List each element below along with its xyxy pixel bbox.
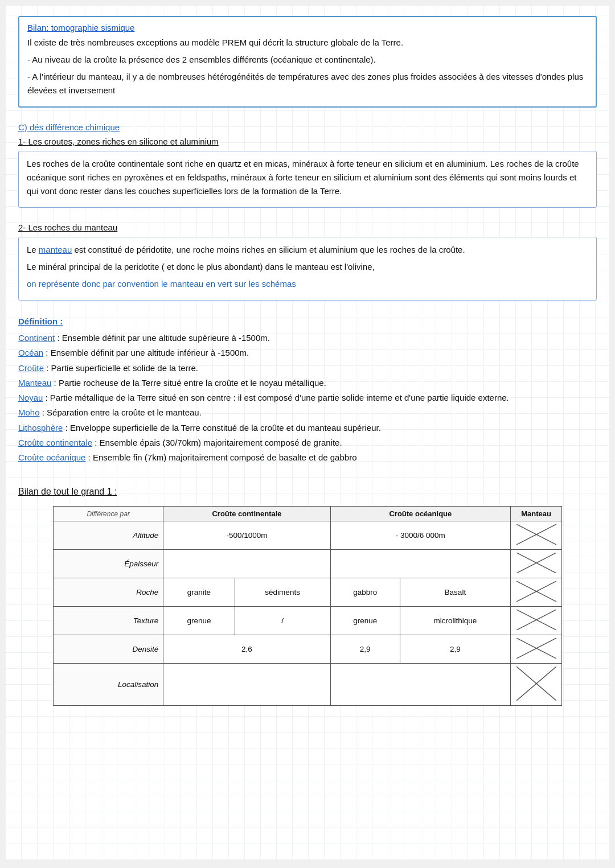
manteau-x-pattern-localisation: [516, 667, 556, 701]
bilan-para3: - A l'intérieur du manteau, il y a de no…: [27, 70, 588, 97]
val-epaisseur-manteau: [511, 550, 562, 578]
manteau-term: manteau: [39, 245, 72, 254]
bilan-tomographie-box: Bilan: tomographie sismique Il existe de…: [18, 16, 597, 108]
val-texture-oc1: grenue: [330, 607, 400, 635]
val-localisation-cont: [163, 664, 330, 706]
table-row-localisation: Localisation: [53, 664, 561, 706]
def-croute: Croûte : Partie superficielle et solide …: [18, 361, 597, 376]
val-altitude-oc: - 3000/6 000m: [330, 521, 510, 550]
def-noyau: Noyau : Partie métallique de la Terre si…: [18, 390, 597, 405]
val-texture-manteau: [511, 607, 562, 635]
def-lithosphere: Lithosphère : Enveloppe superficielle de…: [18, 421, 597, 435]
manteau-line3: on représente donc par convention le man…: [27, 277, 588, 291]
bilan-para2: - Au niveau de la croûte la présence des…: [27, 53, 588, 67]
val-altitude-manteau: [511, 521, 562, 550]
label-altitude: Altitude: [53, 521, 163, 550]
table-row-densite: Densité 2,6 2,9 2,9: [53, 635, 561, 664]
val-roche-manteau: [511, 578, 562, 607]
val-epaisseur-cont: [163, 550, 330, 578]
def-continent: Continent : Ensemble définit par une alt…: [18, 331, 597, 345]
definition-block: Définition : Continent : Ensemble défini…: [18, 316, 597, 465]
table-row-altitude: Altitude -500/1000m - 3000/6 000m: [53, 521, 561, 550]
val-texture-cont2: /: [235, 607, 330, 635]
manteau-x-pattern-roche: [516, 581, 556, 602]
def-croute-continentale: Croûte continentale : Ensemble épais (30…: [18, 435, 597, 450]
box-croutes: Les roches de la croûte continentale son…: [18, 151, 597, 208]
def-ocean: Océan : Ensemble définit par une altitud…: [18, 345, 597, 360]
val-localisation-manteau: [511, 664, 562, 706]
val-roche-oc1: gabbro: [330, 578, 400, 607]
bilan-para1: Il existe de très nombreuses exceptions …: [27, 36, 588, 50]
manteau-x-pattern-densite: [516, 638, 556, 659]
definition-title: Définition :: [18, 316, 63, 326]
croutes-text: Les roches de la croûte continentale son…: [27, 157, 588, 198]
sub2-title: 2- Les roches du manteau: [18, 223, 597, 232]
section-c-title: C) dés différence chimique: [18, 122, 597, 132]
label-roche: Roche: [53, 578, 163, 607]
table-row-roche: Roche granite sédiments gabbro Basalt: [53, 578, 561, 607]
bilan-table-wrapper: Différence par Croûte continentale Croût…: [53, 506, 562, 706]
val-densite-oc2: 2,9: [400, 635, 510, 664]
bilan-grand1-title: Bilan de tout le grand 1 :: [18, 487, 597, 497]
def-moho: Moho : Séparation entre la croûte et le …: [18, 405, 597, 420]
col-croute-continentale: Croûte continentale: [163, 507, 330, 521]
manteau-line1: Le manteau est constitué de péridotite, …: [27, 243, 588, 257]
val-densite-cont: 2,6: [163, 635, 330, 664]
val-texture-oc2: microlithique: [400, 607, 510, 635]
label-densite: Densité: [53, 635, 163, 664]
val-epaisseur-oc: [330, 550, 510, 578]
val-localisation-oc: [330, 664, 510, 706]
val-texture-cont1: grenue: [163, 607, 235, 635]
val-roche-oc2: Basalt: [400, 578, 510, 607]
section-c-sub1: 1- Les croutes, zones riches en silicone…: [18, 137, 597, 146]
col-croute-oceanique: Croûte océanique: [330, 507, 510, 521]
def-croute-oceanique: Croûte océanique : Ensemble fin (7km) ma…: [18, 450, 597, 465]
def-manteau: Manteau : Partie rocheuse de la Terre si…: [18, 376, 597, 390]
val-densite-manteau: [511, 635, 562, 664]
label-texture: Texture: [53, 607, 163, 635]
manteau-x-pattern-altitude: [516, 524, 556, 545]
col-manteau: Manteau: [511, 507, 562, 521]
bilan-tomographie-title: Bilan: tomographie sismique: [27, 23, 588, 32]
manteau-x-pattern-texture: [516, 610, 556, 630]
table-row-epaisseur: Épaisseur: [53, 550, 561, 578]
manteau-x-pattern-epaisseur: [516, 553, 556, 573]
val-altitude-cont: -500/1000m: [163, 521, 330, 550]
val-densite-oc1: 2,9: [330, 635, 400, 664]
table-corner: Différence par: [53, 507, 163, 521]
label-localisation: Localisation: [53, 664, 163, 706]
bilan-table: Différence par Croûte continentale Croût…: [53, 506, 562, 706]
val-roche-cont1: granite: [163, 578, 235, 607]
label-epaisseur: Épaisseur: [53, 550, 163, 578]
table-row-texture: Texture grenue / grenue microlithique: [53, 607, 561, 635]
manteau-line2: Le minéral principal de la peridotite ( …: [27, 260, 588, 274]
val-roche-cont2: sédiments: [235, 578, 330, 607]
box-manteau: Le manteau est constitué de péridotite, …: [18, 237, 597, 301]
